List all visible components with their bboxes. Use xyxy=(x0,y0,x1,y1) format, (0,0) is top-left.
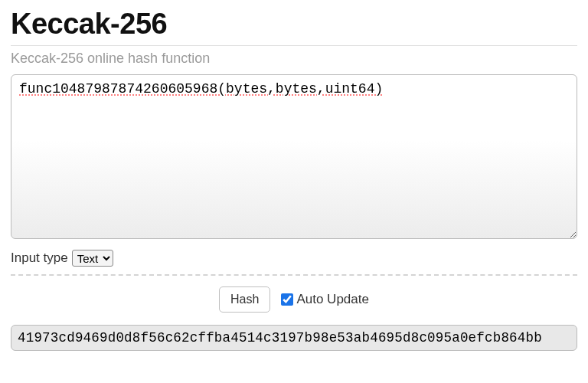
hash-input-textarea[interactable] xyxy=(11,74,577,239)
auto-update-checkbox[interactable] xyxy=(281,293,293,306)
auto-update-control[interactable]: Auto Update xyxy=(281,292,369,307)
input-type-row: Input type Text xyxy=(11,250,577,267)
section-divider xyxy=(11,274,577,276)
auto-update-label: Auto Update xyxy=(296,292,369,307)
page-title: Keccak-256 xyxy=(11,8,577,41)
hash-output: 41973cd9469d0d8f56c62cffba4514c3197b98e5… xyxy=(11,325,577,351)
hash-controls-row: Hash Auto Update xyxy=(11,286,577,313)
input-type-select[interactable]: Text xyxy=(72,250,113,267)
hash-button[interactable]: Hash xyxy=(219,286,270,313)
title-divider xyxy=(11,45,577,46)
page-subtitle: Keccak-256 online hash function xyxy=(11,51,577,67)
input-type-label: Input type xyxy=(11,250,68,266)
